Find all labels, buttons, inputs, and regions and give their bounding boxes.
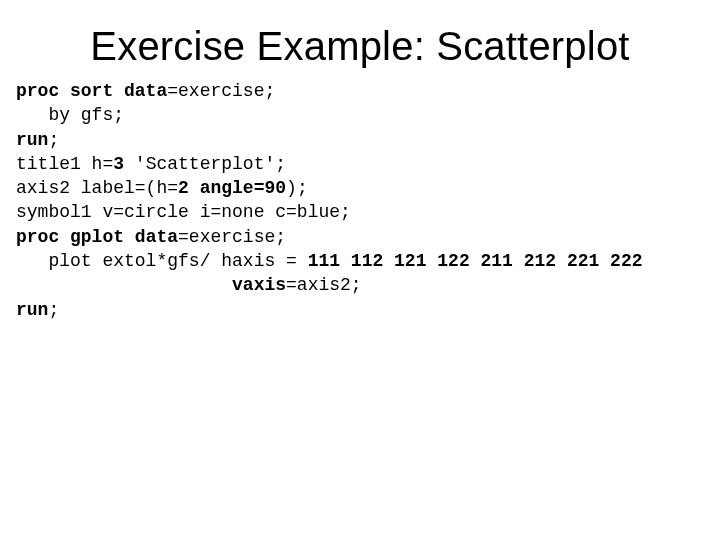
code-kw: vaxis: [232, 275, 286, 295]
code-text: =exercise;: [178, 227, 286, 247]
code-text: =exercise;: [167, 81, 275, 101]
code-kw: 111 112 121 122 211 212 221 222: [308, 251, 643, 271]
code-text: title1 h=: [16, 154, 113, 174]
slide-title: Exercise Example: Scatterplot: [16, 24, 704, 69]
code-kw: data: [113, 81, 167, 101]
code-kw: 90: [264, 178, 286, 198]
code-kw: proc sort: [16, 81, 113, 101]
code-block: proc sort data=exercise; by gfs; run; ti…: [16, 79, 704, 322]
code-text: =axis2;: [286, 275, 362, 295]
code-kw: proc gplot: [16, 227, 124, 247]
code-text: [16, 275, 232, 295]
code-text: symbol1 v=circle i=none c=blue;: [16, 202, 351, 222]
code-text: );: [286, 178, 308, 198]
code-text: ;: [48, 130, 59, 150]
code-kw: run: [16, 300, 48, 320]
code-text: plot extol*gfs/ haxis =: [16, 251, 308, 271]
code-text: by gfs;: [16, 105, 124, 125]
code-kw: 2: [178, 178, 189, 198]
code-kw: 3: [113, 154, 124, 174]
code-kw: angle=: [189, 178, 265, 198]
code-kw: data: [124, 227, 178, 247]
code-text: ;: [48, 300, 59, 320]
code-text: axis2 label=(h=: [16, 178, 178, 198]
slide: Exercise Example: Scatterplot proc sort …: [0, 0, 720, 540]
code-text: 'Scatterplot';: [124, 154, 286, 174]
code-kw: run: [16, 130, 48, 150]
